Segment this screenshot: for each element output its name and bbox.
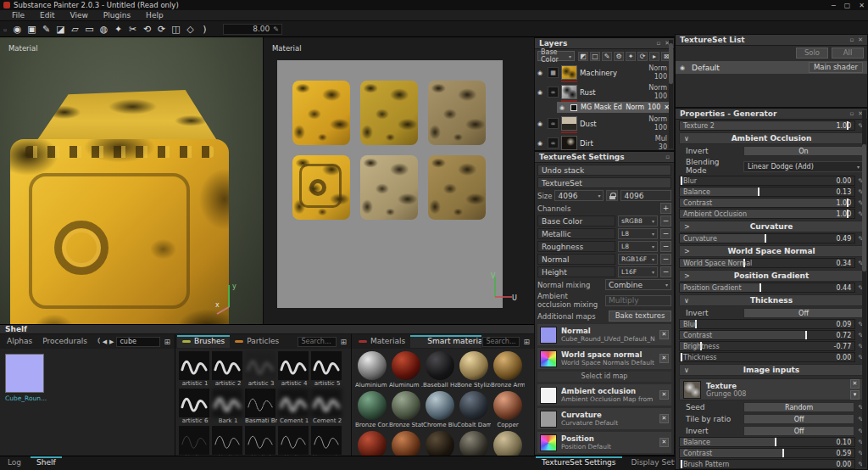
dock-tab[interactable]: Shelf	[29, 456, 64, 470]
materials-tab[interactable]: Materials	[353, 335, 410, 348]
undo-stack-bar[interactable]: Undo stack	[537, 165, 671, 176]
layer-opacity[interactable]: 100	[648, 124, 667, 132]
map-card-curvature[interactable]: Curvature Curvature Default ✕	[537, 408, 671, 429]
clear-map-icon[interactable]: ✕	[659, 438, 669, 447]
float-panel-icon[interactable]: ▫	[656, 40, 660, 47]
viewport-3d[interactable]: Material y x	[0, 37, 263, 324]
brush-item[interactable]: artistic 5	[311, 351, 344, 387]
clear-map-icon[interactable]: ✕	[659, 390, 669, 400]
clear-map-icon[interactable]: ✕	[659, 354, 669, 363]
brush-item[interactable]: Cement 1	[278, 389, 311, 424]
channel-format-dropdown[interactable]: L16F▾	[618, 266, 658, 277]
toolbar-tool-icon[interactable]: ◪	[53, 23, 68, 36]
material-item[interactable]: Baseball Hat...	[423, 351, 457, 389]
section-thickness[interactable]: ∨ Thickness	[679, 294, 864, 306]
blending-mode-dropdown[interactable]: Linear Dodge (Add)▾	[743, 161, 864, 172]
slider-row[interactable]: Blur0.00 ✎	[679, 176, 864, 186]
channel-format-dropdown[interactable]: RGB16F▾	[618, 254, 658, 265]
viewport-2d[interactable]: Material V U	[263, 37, 534, 324]
texture-picker-caret[interactable]: ▾	[850, 390, 860, 400]
menu-item[interactable]: File	[5, 10, 31, 20]
channel-format-dropdown[interactable]: L8▾	[618, 241, 658, 252]
tool-options-caret[interactable]: ▫	[3, 26, 9, 32]
slider-row[interactable]: World Space Normal0.34 ✎	[679, 258, 864, 268]
float-panel-icon[interactable]: ▫	[849, 110, 854, 117]
float-panel-icon[interactable]: ▫	[849, 36, 854, 43]
brush-item[interactable]: Basmati Brush	[245, 389, 278, 424]
clear-map-icon[interactable]: ✕	[659, 330, 669, 339]
solo-button[interactable]: Solo	[796, 48, 828, 59]
toolbar-tool-icon[interactable]: ▱	[68, 23, 82, 36]
menu-item[interactable]: Help	[139, 10, 170, 20]
menu-item[interactable]: Edit	[33, 10, 61, 20]
layer-row-machinery[interactable]: ◉ ▦ Machinery Norm 100	[535, 63, 674, 82]
expand-icon[interactable]: >	[680, 272, 697, 280]
window-control-icon[interactable]: ✕	[859, 2, 865, 9]
material-item[interactable]: Fabric Burlap	[491, 431, 525, 456]
normal-mixing-dropdown[interactable]: Combine▾	[605, 279, 671, 290]
slider-row[interactable]: Contrast1.00 ✎	[679, 198, 864, 208]
tab-scroll-left-icon[interactable]: ◀	[103, 339, 107, 345]
brush-size-field[interactable]: 8.00 ✎	[223, 24, 282, 35]
channel-format-dropdown[interactable]: sRGB8▾	[618, 215, 658, 227]
invert-toggle[interactable]: Off	[743, 308, 864, 318]
material-item[interactable]: Bronze Statue	[389, 391, 423, 428]
layer-tool-icon[interactable]: ◩	[578, 52, 588, 61]
layer-tool-icon[interactable]: □	[590, 52, 600, 61]
slider-row[interactable]: Texture 21.00 ✎	[679, 120, 864, 131]
toolbar-tool-icon[interactable]: ✂	[125, 23, 140, 36]
material-item[interactable]: Copper Red ...	[355, 431, 389, 456]
material-item[interactable]: Bronze Armor	[491, 351, 525, 389]
menu-item[interactable]: View	[64, 10, 95, 20]
dock-tab[interactable]: TextureSet Settings	[534, 456, 624, 470]
toolbar-tool-icon[interactable]: ◫	[169, 23, 183, 36]
window-control-icon[interactable]: ▢	[844, 2, 851, 9]
toolbar-tool-icon[interactable]: ✎	[39, 23, 53, 36]
slider-row[interactable]: Balance0.13 ✎	[679, 187, 864, 197]
map-card-position[interactable]: Position Position Default ✕	[537, 432, 671, 453]
brush-item[interactable]: Chalk 2	[212, 426, 245, 456]
layer-tool-icon[interactable]: ✦	[626, 52, 636, 61]
visibility-eye-icon[interactable]: ◉	[537, 89, 545, 96]
view-grid-icon[interactable]: ⊞	[337, 338, 349, 346]
materials-search-input[interactable]	[482, 337, 520, 347]
view-grid-icon[interactable]: ⊞	[520, 338, 532, 346]
layer-blend-mode[interactable]: Mul	[655, 135, 667, 143]
brush-item[interactable]: Chalk 4	[278, 426, 311, 456]
visibility-eye-icon[interactable]: ◉	[680, 64, 687, 71]
material-item[interactable]: Dirt	[423, 431, 457, 456]
layer-opacity[interactable]: 100	[648, 92, 667, 101]
collapse-icon[interactable]: ∨	[680, 366, 697, 374]
brushes-search-input[interactable]	[298, 337, 337, 347]
main-shader-button[interactable]: Main shader	[809, 62, 863, 73]
remove-channel-button[interactable]: −	[660, 228, 671, 239]
section-position-gradient[interactable]: > Position Gradient	[679, 270, 864, 282]
channel-format-dropdown[interactable]: L8▾	[618, 228, 658, 239]
brush-item[interactable]: artistic 1	[179, 351, 212, 387]
all-button[interactable]: All	[832, 48, 864, 59]
visibility-eye-icon[interactable]: ◉	[537, 120, 545, 127]
map-card-normal[interactable]: Normal Cube_Round_UVed_Default_Normal ✕	[537, 324, 671, 345]
dock-tab[interactable]: Log	[0, 456, 29, 470]
size-dropdown[interactable]: 4096▾	[554, 190, 604, 201]
section-ambient-occlusion[interactable]: ∨ Ambient Occlusion	[679, 132, 864, 144]
toolbar-tool-icon[interactable]: ✦	[111, 23, 125, 36]
textureset-bar[interactable]: TextureSet	[537, 177, 671, 188]
param-toggle[interactable]: Off	[743, 426, 854, 436]
slider-row[interactable]: Curvature0.49 ✎	[679, 233, 864, 243]
brush-item[interactable]: Chalk 1	[179, 426, 212, 456]
layer-blend-mode[interactable]: Norm	[648, 64, 667, 73]
brush-item[interactable]: artistic 4	[278, 351, 311, 387]
layer-opacity[interactable]: 30	[655, 143, 667, 152]
add-channel-button[interactable]: +	[660, 203, 671, 214]
layer-opacity[interactable]: 100	[648, 73, 667, 81]
material-item[interactable]: Copper Worn	[389, 431, 423, 456]
material-item[interactable]: Cobalt Dam...	[457, 391, 491, 428]
layer-blend-mode[interactable]: Norm	[648, 84, 667, 92]
expand-icon[interactable]: >	[680, 223, 697, 231]
layer-tool-icon[interactable]: ⟳	[637, 52, 648, 61]
material-item[interactable]: Copper	[491, 391, 525, 428]
layer-row-dust[interactable]: ◉ ∞ Dust Norm 100	[535, 114, 674, 133]
material-item[interactable]: Aluminum ...	[389, 351, 423, 389]
material-item[interactable]: Aluminium ...	[355, 351, 389, 389]
